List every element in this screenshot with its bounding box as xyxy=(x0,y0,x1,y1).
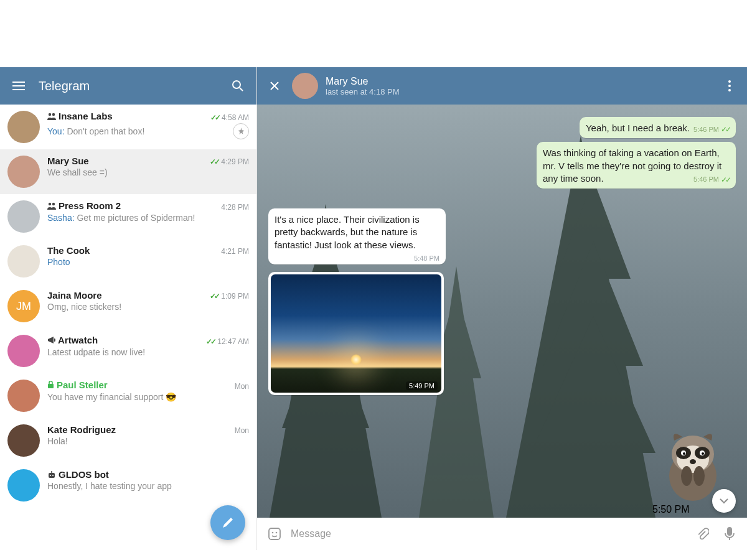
message-outgoing[interactable]: Was thinking of taking a vacation on Ear… xyxy=(537,142,736,189)
chat-list-item[interactable]: Artwatch✓✓12:47 AMLatest udpate is now l… xyxy=(0,329,256,373)
chat-name: Mary Sue xyxy=(47,156,89,166)
svg-point-9 xyxy=(728,80,731,83)
chat-list-item[interactable]: JMJaina Moore✓✓1:09 PMOmg, nice stickers… xyxy=(0,284,256,329)
chat-time: 4:21 PM xyxy=(221,247,249,256)
chat-preview: Hola! xyxy=(47,436,249,446)
pencil-icon xyxy=(221,516,235,530)
attach-button[interactable] xyxy=(691,523,713,545)
sidebar: Telegram Insane Labs✓✓4:58 AMYou: Don't … xyxy=(0,67,257,550)
smiley-icon xyxy=(267,526,282,541)
chat-time: Mon xyxy=(235,382,249,391)
pinned-icon xyxy=(233,123,249,139)
message-area[interactable]: Yeah, but I need a break. 5:46 PM✓✓ Was … xyxy=(257,105,747,518)
chat-name: Kate Rodriguez xyxy=(47,424,116,435)
chat-avatar xyxy=(7,156,40,188)
conversation-pane: Mary Sue last seen at 4:18 PM xyxy=(257,67,747,550)
search-button[interactable] xyxy=(227,75,249,97)
chat-time: Mon xyxy=(235,426,249,435)
message-photo[interactable]: 5:49 PM xyxy=(268,272,444,395)
chat-list[interactable]: Insane Labs✓✓4:58 AMYou: Don't open that… xyxy=(0,105,256,550)
chat-name: Press Room 2 xyxy=(47,200,121,211)
chat-meta: ✓✓4:29 PM xyxy=(210,157,249,166)
chat-preview: We shall see =) xyxy=(47,167,249,177)
compose-fab[interactable] xyxy=(210,505,245,540)
chat-list-item[interactable]: The Cook4:21 PMPhoto xyxy=(0,239,256,284)
message-composer xyxy=(257,518,747,550)
svg-point-23 xyxy=(681,466,692,486)
svg-rect-25 xyxy=(269,528,280,539)
chat-list-item[interactable]: Paul StellerMonYou have my financial sup… xyxy=(0,373,256,418)
svg-point-2 xyxy=(52,113,55,115)
message-outgoing[interactable]: Yeah, but I need a break. 5:46 PM✓✓ xyxy=(580,117,736,138)
chat-avatar xyxy=(7,335,40,367)
chat-name: Jaina Moore xyxy=(47,290,102,301)
group-icon xyxy=(47,113,56,120)
chat-meta: 4:21 PM xyxy=(221,247,249,256)
chat-list-item[interactable]: Press Room 24:28 PMSasha: Get me picture… xyxy=(0,194,256,239)
paperclip-icon xyxy=(695,527,709,541)
bottom-padding xyxy=(0,550,747,560)
svg-point-24 xyxy=(693,466,705,486)
microphone-icon xyxy=(724,526,735,541)
svg-point-26 xyxy=(272,532,274,534)
chat-preview: Sasha: Get me pictures of Spiderman! xyxy=(47,213,249,223)
chat-list-item[interactable]: Kate RodriguezMonHola! xyxy=(0,418,256,463)
chat-meta: ✓✓4:58 AM xyxy=(210,113,249,122)
svg-point-20 xyxy=(683,452,685,455)
svg-point-4 xyxy=(52,202,55,205)
conversation-header: Mary Sue last seen at 4:18 PM xyxy=(257,67,747,105)
svg-point-27 xyxy=(276,532,278,534)
message-text: Yeah, but I need a break. xyxy=(586,123,690,133)
chat-meta: Mon xyxy=(235,382,249,391)
chat-preview: Latest udpate is now live! xyxy=(47,347,249,357)
header-avatar[interactable] xyxy=(292,73,318,99)
hamburger-icon xyxy=(12,82,25,90)
contact-status: last seen at 4:18 PM xyxy=(326,87,400,96)
svg-rect-5 xyxy=(48,384,54,388)
chat-preview: Omg, nice stickers! xyxy=(47,302,249,312)
chat-preview: Photo xyxy=(47,257,249,267)
scroll-to-bottom-button[interactable] xyxy=(712,489,736,513)
chat-time: 4:28 PM xyxy=(221,203,249,212)
message-input[interactable] xyxy=(291,528,686,539)
search-icon xyxy=(232,80,244,92)
close-conversation-button[interactable] xyxy=(263,75,286,97)
read-checks-icon: ✓✓ xyxy=(210,292,218,301)
read-checks-icon: ✓✓ xyxy=(206,337,215,346)
svg-point-21 xyxy=(702,452,704,455)
menu-button[interactable] xyxy=(7,75,30,97)
close-icon xyxy=(270,81,280,91)
svg-point-10 xyxy=(728,85,731,87)
chat-list-item[interactable]: Mary Sue✓✓4:29 PMWe shall see =) xyxy=(0,149,256,194)
chat-name: The Cook xyxy=(47,245,90,256)
chat-meta: 4:28 PM xyxy=(221,203,249,212)
chat-time: 12:47 AM xyxy=(217,337,249,346)
chat-meta: ✓✓12:47 AM xyxy=(206,337,249,346)
message-incoming[interactable]: It's a nice place. Their civilization is… xyxy=(268,208,446,264)
chat-preview: Honestly, I hate testing your app xyxy=(47,481,249,491)
lock-icon xyxy=(47,381,54,389)
chat-name: Artwatch xyxy=(47,335,98,345)
photo-time: 5:49 PM xyxy=(406,381,438,390)
more-options-button[interactable] xyxy=(718,75,741,97)
chat-meta: Mon xyxy=(235,426,249,435)
chat-meta: ✓✓1:09 PM xyxy=(210,292,249,301)
message-time: 5:48 PM xyxy=(414,254,439,263)
header-text[interactable]: Mary Sue last seen at 4:18 PM xyxy=(326,76,400,96)
message-time: 5:46 PM✓✓ xyxy=(693,124,730,134)
bot-icon xyxy=(47,471,56,478)
sidebar-header: Telegram xyxy=(0,67,256,105)
message-time: 5:46 PM✓✓ xyxy=(693,175,730,185)
sticker-button[interactable] xyxy=(263,523,286,545)
chevron-down-icon xyxy=(719,498,729,504)
svg-point-1 xyxy=(49,113,51,115)
svg-point-8 xyxy=(52,475,54,476)
svg-point-22 xyxy=(690,459,696,464)
chat-list-item[interactable]: GLDOS botHonestly, I hate testing your a… xyxy=(0,463,256,508)
chat-avatar: JM xyxy=(7,290,40,322)
chat-list-item[interactable]: Insane Labs✓✓4:58 AMYou: Don't open that… xyxy=(0,105,256,149)
voice-button[interactable] xyxy=(718,523,741,545)
chat-name: Paul Steller xyxy=(47,380,108,390)
more-vertical-icon xyxy=(728,80,731,91)
svg-point-0 xyxy=(233,81,240,88)
